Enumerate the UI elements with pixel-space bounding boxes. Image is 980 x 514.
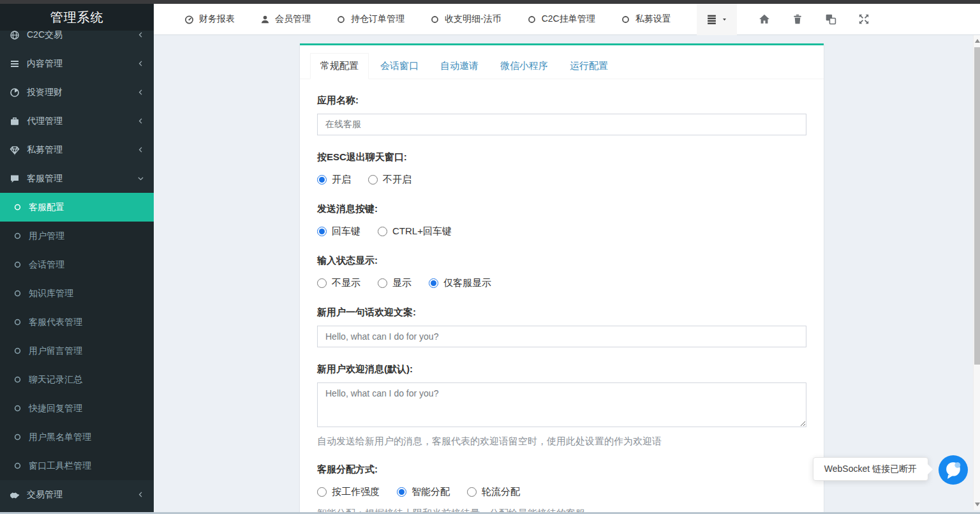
radio-option[interactable]: 显示	[378, 277, 412, 289]
sidebar-item-customer-service-mgmt[interactable]: 客服管理	[0, 164, 154, 193]
sidebar-item-private-placement-mgmt[interactable]: 私募管理	[0, 135, 154, 164]
radio-group-typing-status: 不显示 显示 仅客服显示	[317, 274, 806, 291]
radio-input[interactable]	[317, 487, 327, 497]
tab[interactable]: 会话窗口	[370, 53, 429, 79]
nav-item-income-expense-fiat[interactable]: 收支明细-法币	[430, 13, 501, 25]
sidebar-item-content-mgmt[interactable]: 内容管理	[0, 49, 154, 78]
circle-bullet-icon	[13, 347, 22, 355]
radio-option[interactable]: 回车键	[317, 225, 360, 238]
field-welcome-msg: 新用户欢迎消息(默认): Hello, what can I do for yo…	[317, 363, 806, 448]
config-form: 应用名称: 按ESC退出聊天窗口: 开启	[300, 79, 824, 512]
scrollbar-thumb[interactable]	[974, 47, 980, 365]
tab[interactable]: 自动邀请	[430, 53, 489, 79]
welcome-line-input[interactable]	[317, 326, 806, 347]
sidebar-item-investment[interactable]: 投资理财	[0, 78, 154, 107]
chat-fab-button[interactable]	[939, 455, 968, 485]
sidebar-subitem-user-mgmt[interactable]: 用户管理	[0, 222, 154, 250]
radio-option[interactable]: CTRL+回车键	[378, 225, 452, 238]
sidebar-subitem-knowledge-base-mgmt[interactable]: 知识库管理	[0, 279, 154, 308]
tab[interactable]: 常规配置	[310, 53, 369, 79]
top-navbar: 财务报表 会员管理 持仓订单管理 收支明细-法币	[154, 4, 980, 35]
radio-input[interactable]	[368, 175, 378, 185]
sidebar-subitem-window-toolbar-mgmt[interactable]: 窗口工具栏管理	[0, 451, 154, 480]
radio-option[interactable]: 仅客服显示	[429, 277, 491, 289]
radio-group-assign-mode: 按工作强度 智能分配 轮流分配	[317, 483, 806, 499]
radio-group-esc-exit: 开启 不开启	[317, 170, 806, 187]
sidebar-item-trade-mgmt[interactable]: 交易管理	[0, 480, 154, 509]
tab[interactable]: 微信小程序	[490, 53, 558, 79]
field-assign-mode: 客服分配方式: 按工作强度 智能分配	[317, 464, 806, 512]
scrollbar-down-arrow[interactable]	[975, 503, 980, 506]
sidebar-subitem-session-mgmt[interactable]: 会话管理	[0, 250, 154, 279]
sidebar-subitem-label: 知识库管理	[29, 288, 73, 299]
radio-input[interactable]	[317, 227, 327, 236]
nav-item-private-placement-settings[interactable]: 私募设置	[621, 13, 671, 25]
vertical-scrollbar[interactable]	[973, 35, 980, 510]
radio-input[interactable]	[429, 278, 438, 288]
field-help-text: 自动发送给新用户的消息，客服代表的欢迎语留空时，使用此处设置的作为欢迎语	[317, 435, 806, 448]
radio-option[interactable]: 智能分配	[397, 486, 450, 498]
field-help-text: 智能分配：根据接待上限和当前接待量，分配给最能接待的客服	[317, 508, 806, 512]
sidebar-item-agent-mgmt[interactable]: 代理管理	[0, 107, 154, 135]
radio-input[interactable]	[378, 227, 387, 236]
field-label: 发送消息按键:	[317, 203, 806, 215]
sidebar-subitem-cs-config[interactable]: 客服配置	[0, 193, 154, 222]
circle-bullet-icon	[13, 203, 22, 211]
sidebar-subitem-label: 用户黑名单管理	[29, 432, 91, 443]
radio-label: 开启	[332, 174, 351, 186]
nav-item-icon	[184, 15, 194, 24]
sidebar-subitem-label: 窗口工具栏管理	[29, 460, 91, 472]
trash-button[interactable]	[792, 13, 803, 25]
radio-input[interactable]	[317, 175, 327, 185]
radio-option[interactable]: 开启	[317, 174, 351, 186]
sidebar-subitem-label: 快捷回复管理	[29, 403, 82, 414]
clear-cache-button[interactable]	[825, 13, 836, 25]
sidebar-item-label: 内容管理	[27, 58, 63, 70]
tab[interactable]: 运行配置	[560, 53, 618, 79]
radio-option[interactable]: 按工作强度	[317, 486, 380, 498]
nav-item-member-mgmt[interactable]: 会员管理	[260, 13, 311, 25]
field-app-name: 应用名称:	[317, 94, 806, 135]
sidebar-subitem-user-blacklist-mgmt[interactable]: 用户黑名单管理	[0, 423, 154, 451]
app-title[interactable]: 管理系统	[0, 4, 154, 31]
nav-item-c2c-listing-mgmt[interactable]: C2C挂单管理	[527, 13, 595, 25]
radio-option[interactable]: 不开启	[368, 174, 412, 186]
radio-label: 显示	[392, 277, 412, 289]
sidebar-item-icon	[10, 490, 20, 500]
sidebar-subitem-chat-log-summary[interactable]: 聊天记录汇总	[0, 365, 154, 394]
chevron-icon	[137, 31, 144, 38]
radio-input[interactable]	[378, 278, 387, 288]
field-send-key: 发送消息按键: 回车键 CTRL+回车键	[317, 203, 806, 239]
sidebar-subitem-cs-agent-mgmt[interactable]: 客服代表管理	[0, 308, 154, 336]
radio-option[interactable]: 轮流分配	[467, 486, 520, 498]
radio-group-send-key: 回车键 CTRL+回车键	[317, 222, 806, 239]
nav-item-icon	[621, 15, 630, 24]
sidebar-subitem-quick-reply-mgmt[interactable]: 快捷回复管理	[0, 394, 154, 423]
radio-option[interactable]: 不显示	[317, 277, 360, 289]
chevron-icon	[137, 175, 144, 182]
chevron-icon	[137, 89, 144, 96]
welcome-msg-textarea[interactable]: Hello, what can I do for you?	[317, 382, 806, 427]
chevron-icon	[137, 146, 144, 153]
nav-item-finance-report[interactable]: 财务报表	[184, 13, 235, 25]
sidebar-menu: C2C交易 内容管理 投资理财 代理管理	[0, 20, 154, 509]
radio-input[interactable]	[397, 487, 406, 497]
fullscreen-button[interactable]	[858, 13, 870, 25]
nav-item-position-order-mgmt[interactable]: 持仓订单管理	[336, 13, 405, 25]
sidebar-subitem-label: 会话管理	[29, 259, 64, 271]
sidebar-subitem-label: 客服配置	[29, 202, 64, 213]
config-card: 常规配置 会话窗口 自动邀请 微信小程序 运行配置 应用名称:	[300, 43, 824, 512]
nav-item-icon	[430, 15, 440, 24]
sidebar-subitem-user-message-mgmt[interactable]: 用户留言管理	[0, 336, 154, 365]
menu-dropdown-button[interactable]	[697, 4, 737, 35]
sidebar-item-icon	[10, 174, 20, 184]
radio-input[interactable]	[317, 278, 327, 288]
home-button[interactable]	[759, 13, 770, 25]
app-name-input[interactable]	[317, 114, 806, 135]
field-welcome-line: 新用户一句话欢迎文案:	[317, 306, 806, 347]
field-label: 新用户欢迎消息(默认):	[317, 363, 806, 375]
nav-item-label: 持仓订单管理	[351, 13, 405, 25]
scrollbar-up-arrow[interactable]	[975, 39, 980, 43]
radio-input[interactable]	[467, 487, 477, 497]
sidebar: 管理系统 C2C交易 内容管理 投资理财	[0, 4, 154, 512]
